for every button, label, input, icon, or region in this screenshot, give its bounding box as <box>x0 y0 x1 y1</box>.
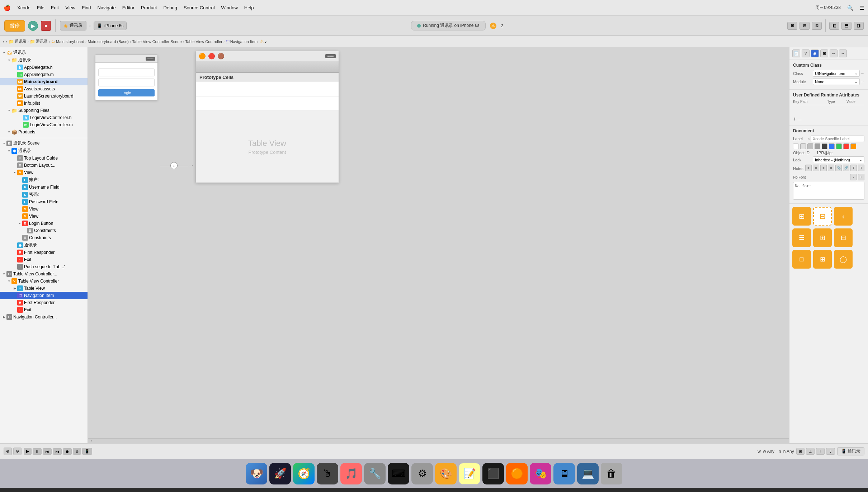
dock-monitor2[interactable]: 💻 <box>577 463 599 484</box>
notes-font2[interactable]: T <box>858 165 864 171</box>
dock-terminal[interactable]: ⌨ <box>388 463 409 484</box>
file-item-appdelegatem[interactable]: m AppDelegate.m <box>0 71 88 78</box>
size-inspector-btn[interactable]: ↔ <box>830 49 838 57</box>
notes-align-left[interactable]: ≡ <box>805 165 812 171</box>
canvas-scroll-area[interactable]: ═══ Login ⊕ → 🟠 <box>88 47 789 443</box>
pause-canvas-btn[interactable]: ⏸ <box>33 448 42 455</box>
hide-navigator-btn[interactable]: ◧ <box>829 22 839 30</box>
grid-obj-btn[interactable]: ⊞ <box>813 228 832 247</box>
color-swatch-5[interactable] <box>829 143 835 149</box>
dock-tools[interactable]: 🔧 <box>364 463 386 484</box>
jump-btn[interactable]: › <box>265 39 266 44</box>
dock-safari[interactable]: 🧭 <box>293 463 315 484</box>
bc-item-3[interactable]: Main.storyboard (Base) <box>88 39 129 44</box>
file-item-group[interactable]: ▾ 📁 通讯录 <box>0 56 88 64</box>
first-responder-item-1[interactable]: R First Responder <box>0 299 88 306</box>
file-item-loginm[interactable]: m LoginViewController.m <box>0 121 88 128</box>
file-item-launchscreen[interactable]: SB LaunchScreen.storyboard <box>0 93 88 100</box>
run-button[interactable]: ▶ <box>28 21 38 31</box>
constraints-item-1[interactable]: ⊞ Constraints <box>0 234 88 241</box>
control-center-icon[interactable]: ☰ <box>860 5 864 11</box>
menu-editor[interactable]: Editor <box>122 5 135 10</box>
dock-black-app[interactable]: ⬛ <box>482 463 504 484</box>
back-breadcrumb[interactable]: ‹ <box>3 39 4 44</box>
back-obj-btn[interactable]: ‹ <box>834 207 853 226</box>
record-btn[interactable]: ⏺ <box>63 448 72 455</box>
rect-obj-btn[interactable]: □ <box>792 250 811 269</box>
color-swatch-3[interactable] <box>815 143 820 149</box>
zoom-fit-btn[interactable]: ⊙ <box>13 448 22 455</box>
file-item-assets[interactable]: XC Assets.xcassets <box>0 85 88 93</box>
mock-toggle-btn[interactable]: ═══ <box>146 57 155 61</box>
warning-badge[interactable]: ⚠ <box>490 23 496 29</box>
device-selector[interactable]: 📱 iPhone 6s <box>94 22 127 30</box>
scheme-selector[interactable]: ◉ 通讯录 <box>60 21 86 30</box>
font-size-down[interactable]: - <box>850 174 857 180</box>
skip2-btn[interactable]: ⏮ <box>53 448 62 455</box>
dock-mouse[interactable]: 🖱 <box>317 463 338 484</box>
view-toggle-standard[interactable]: ⊞ <box>787 22 797 30</box>
scroll-left-btn[interactable]: ‹ <box>88 439 95 443</box>
warning-nav-icon[interactable]: ⚠ <box>260 39 264 44</box>
bc-item-0[interactable]: 📁 通讯录 <box>9 39 27 44</box>
list-obj-btn[interactable]: ☰ <box>792 228 811 247</box>
menu-navigate[interactable]: Navigate <box>97 5 115 10</box>
dock-monitor[interactable]: 🖥 <box>553 463 575 484</box>
class-dropdown[interactable]: UINavigationItem ⌄ <box>813 70 860 77</box>
dock-music[interactable]: 🎵 <box>340 463 362 484</box>
view-toggle-assistant[interactable]: ⊟ <box>799 22 810 30</box>
grid2-obj-btn[interactable]: ⊞ <box>813 250 832 269</box>
menu-file[interactable]: File <box>37 5 44 10</box>
horizontal-scrollbar[interactable]: ‹ <box>88 438 789 443</box>
notes-align-justify[interactable]: ≡ <box>828 165 834 171</box>
segue-item[interactable]: → Push segue to 'Tab...' <box>0 263 88 270</box>
class-action-btn[interactable]: → <box>860 71 864 76</box>
zoom-reset-btn[interactable]: ⊕ <box>4 448 12 455</box>
button-item-0[interactable]: ▾ B Login Button <box>0 220 88 227</box>
hide-inspector-btn[interactable]: ◨ <box>854 22 864 30</box>
navitem-item[interactable]: ⬚ Navigation Item <box>0 292 88 299</box>
bc-item-6[interactable]: ⬚ Navigation Item <box>226 39 258 44</box>
bc-item-5[interactable]: Table View Controller <box>185 39 222 44</box>
hide-debug-btn[interactable]: ⬒ <box>841 22 852 30</box>
menu-find[interactable]: Find <box>82 5 91 10</box>
dock-trash[interactable]: 🗑 <box>601 463 622 484</box>
label-item-1[interactable]: L 密码: <box>0 191 88 198</box>
file-item-mainstoryboard[interactable]: SB Main.storyboard <box>0 78 88 85</box>
bc-item-2[interactable]: 🗂 Main.storyboard <box>51 39 84 44</box>
menu-window[interactable]: Window <box>221 5 238 10</box>
circle-obj-btn[interactable]: ◯ <box>834 250 853 269</box>
color-swatch-6[interactable] <box>836 143 842 149</box>
constraints-item-0[interactable]: ⊞ Constraints <box>0 227 88 234</box>
first-responder-item-0[interactable]: R First Responder <box>0 249 88 256</box>
notes-link[interactable]: 🔗 <box>843 165 849 171</box>
menu-product[interactable]: Product <box>141 5 157 10</box>
menu-edit[interactable]: Edit <box>51 5 59 10</box>
color-swatch-1[interactable] <box>800 143 806 149</box>
dock-finder[interactable]: 🐶 <box>246 463 267 484</box>
file-item-supporting[interactable]: ▾ 📁 Supporting Files <box>0 107 88 114</box>
file-item-products[interactable]: ▾ 📦 Products <box>0 128 88 136</box>
file-inspector-btn[interactable]: 📄 <box>792 49 800 57</box>
dock-notes[interactable]: 📝 <box>459 463 480 484</box>
bc-item-1[interactable]: 📁 通讯录 <box>30 39 48 44</box>
device-btn[interactable]: 📱 <box>82 448 92 455</box>
nc-scene-item[interactable]: ▶ ⊟ Navigation Controller... <box>0 313 88 321</box>
tvc-scene-item[interactable]: ▾ ⊟ Table View Controller... <box>0 270 88 278</box>
grid-toggle-btn[interactable]: ⊞ <box>796 448 805 455</box>
bottom-layout-item[interactable]: ⊟ Bottom Layout... <box>0 162 88 169</box>
view-toggle-version[interactable]: ⊠ <box>812 22 822 30</box>
color-swatch-7[interactable] <box>843 143 849 149</box>
label-clear-btn[interactable]: × <box>808 137 810 141</box>
attributes-inspector-btn[interactable]: ⊞ <box>820 49 828 57</box>
font-size-up[interactable]: + <box>858 174 864 180</box>
file-item-loginh[interactable]: h LoginViewController.h <box>0 114 88 121</box>
field-item-1[interactable]: F Password Field <box>0 198 88 205</box>
color-swatch-2[interactable] <box>807 143 813 149</box>
more-btn[interactable]: ⋮ <box>826 448 835 455</box>
view-item-1[interactable]: V View <box>0 205 88 213</box>
stop-button[interactable]: ■ <box>41 21 51 31</box>
dock-orange-app[interactable]: 🟠 <box>506 463 528 484</box>
lock-dropdown[interactable]: Inherited - (Nothing) ⌄ <box>813 156 864 163</box>
module-dropdown[interactable]: None ⌄ <box>813 78 860 85</box>
